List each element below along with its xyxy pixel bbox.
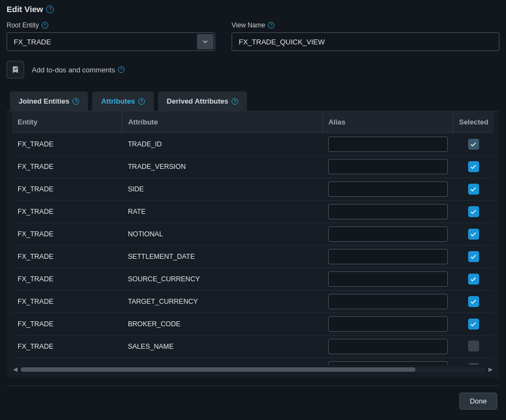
table-row: FX_TRADESIDE: [12, 178, 494, 201]
root-entity-value: FX_TRADE: [14, 38, 51, 46]
scrollbar-thumb[interactable]: [21, 367, 415, 372]
tab-derived[interactable]: Derived Attributes?: [158, 92, 247, 111]
cell-attribute: NOTIONAL: [122, 223, 323, 246]
view-name-label: View Name: [232, 21, 265, 29]
alias-input[interactable]: [328, 249, 448, 264]
tab-label: Attributes: [101, 97, 134, 105]
cell-entity: FX_TRADE: [12, 246, 122, 268]
selected-checkbox[interactable]: [468, 274, 479, 285]
alias-input[interactable]: [328, 294, 448, 309]
selected-checkbox[interactable]: [468, 184, 479, 195]
root-entity-label: Root Entity: [7, 21, 39, 29]
col-entity[interactable]: Entity: [12, 111, 122, 133]
root-entity-select[interactable]: FX_TRADE: [7, 32, 215, 51]
cell-attribute: TARGET_CURRENCY: [122, 291, 323, 313]
cell-attribute: TRADE_ID: [122, 133, 323, 156]
cell-entity: FX_TRADE: [12, 336, 122, 358]
help-icon[interactable]: ?: [138, 98, 145, 105]
tab-joined[interactable]: Joined Entities?: [10, 92, 88, 111]
cell-entity: FX_TRADE: [12, 223, 122, 246]
table-row: FX_TRADERATE: [12, 201, 494, 223]
help-icon[interactable]: ?: [232, 98, 238, 105]
cell-attribute: SALES_NAME: [122, 336, 323, 358]
selected-checkbox[interactable]: [468, 296, 479, 307]
table-row: FX_TRADENOTIONAL: [12, 223, 494, 246]
cell-entity: FX_TRADE: [12, 201, 122, 223]
tab-label: Derived Attributes: [167, 97, 228, 105]
table-row: FX_TRADESETTLEMENT_DATE: [12, 246, 494, 268]
cell-attribute: BROKER_CODE: [122, 313, 323, 336]
table-row: FX_TRADEBROKER_CODE: [12, 313, 494, 336]
alias-input[interactable]: [328, 361, 448, 365]
cell-entity: FX_TRADE: [12, 291, 122, 313]
alias-input[interactable]: [328, 271, 448, 287]
view-name-input[interactable]: [232, 32, 499, 51]
table-row: FX_TRADETRADE_VERSION: [12, 156, 494, 178]
scroll-right-icon[interactable]: ▶: [487, 367, 494, 372]
cell-entity: FX_TRADE: [12, 156, 122, 178]
table-row: FX_TRADESOURCE_CURRENCY: [12, 268, 494, 291]
alias-input[interactable]: [328, 316, 448, 332]
col-attribute[interactable]: Attribute: [122, 111, 323, 133]
selected-checkbox[interactable]: [468, 206, 479, 217]
cell-attribute: TRADER_NAME: [122, 358, 323, 365]
selected-checkbox[interactable]: [468, 340, 479, 351]
alias-input[interactable]: [328, 159, 448, 174]
table-row: FX_TRADETRADER_NAME: [12, 358, 494, 365]
selected-checkbox[interactable]: [468, 229, 479, 240]
selected-checkbox[interactable]: [468, 161, 479, 172]
done-button[interactable]: Done: [459, 393, 497, 410]
selected-checkbox[interactable]: [468, 319, 479, 330]
selected-checkbox[interactable]: [468, 139, 479, 150]
scroll-left-icon[interactable]: ◀: [12, 367, 19, 372]
cell-attribute: SETTLEMENT_DATE: [122, 246, 323, 268]
table-row: FX_TRADETRADE_ID: [12, 133, 494, 156]
cell-attribute: TRADE_VERSION: [122, 156, 323, 178]
table-row: FX_TRADETARGET_CURRENCY: [12, 291, 494, 313]
cell-entity: FX_TRADE: [12, 133, 122, 156]
help-icon[interactable]: ?: [46, 5, 54, 13]
selected-checkbox[interactable]: [468, 363, 479, 365]
chevron-down-icon[interactable]: [197, 34, 213, 49]
add-todo-button[interactable]: [7, 61, 24, 78]
tab-attrs[interactable]: Attributes?: [92, 92, 153, 111]
col-alias[interactable]: Alias: [323, 111, 453, 133]
horizontal-scrollbar[interactable]: [21, 367, 485, 372]
page-title: Edit View: [7, 4, 43, 14]
alias-input[interactable]: [328, 339, 448, 354]
cell-entity: FX_TRADE: [12, 313, 122, 336]
cell-entity: FX_TRADE: [12, 268, 122, 291]
alias-input[interactable]: [328, 137, 448, 152]
tab-label: Joined Entities: [19, 97, 69, 105]
cell-attribute: SOURCE_CURRENCY: [122, 268, 323, 291]
selected-checkbox[interactable]: [468, 251, 479, 262]
add-todo-label: Add to-dos and comments: [32, 66, 115, 74]
cell-attribute: RATE: [122, 201, 323, 223]
alias-input[interactable]: [328, 226, 448, 242]
help-icon[interactable]: ?: [72, 98, 79, 105]
help-icon[interactable]: ?: [42, 22, 48, 29]
table-row: FX_TRADESALES_NAME: [12, 336, 494, 358]
cell-entity: FX_TRADE: [12, 178, 122, 201]
help-icon[interactable]: ?: [268, 22, 274, 29]
cell-attribute: SIDE: [122, 178, 323, 201]
attributes-table: Entity Attribute Alias Selected: [12, 111, 494, 133]
alias-input[interactable]: [328, 181, 448, 197]
alias-input[interactable]: [328, 204, 448, 219]
help-icon[interactable]: ?: [118, 66, 125, 73]
col-selected[interactable]: Selected: [453, 111, 494, 133]
cell-entity: FX_TRADE: [12, 358, 122, 365]
